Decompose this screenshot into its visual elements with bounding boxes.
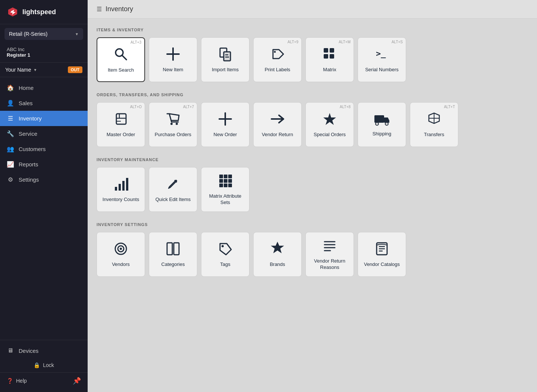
cart-icon — [166, 112, 180, 129]
tile-label: Brands — [270, 261, 285, 268]
sidebar-item-home[interactable]: 🏠 Home — [0, 80, 88, 95]
tile-print-labels[interactable]: ALT+9 Print Labels — [253, 37, 302, 82]
search-icon — [113, 46, 129, 64]
vendor-catalogs-icon — [374, 241, 389, 258]
svg-rect-27 — [119, 184, 121, 191]
tile-new-order[interactable]: New Order — [201, 102, 249, 147]
sidebar-item-label: Reports — [19, 161, 38, 167]
inventory-header-icon: ☰ — [97, 6, 102, 13]
sidebar-item-label: Home — [19, 85, 34, 91]
sidebar: lightspeed Retail (R-Series) ▼ ABC Inc R… — [0, 0, 88, 392]
tile-label: Vendor Catalogs — [364, 261, 400, 268]
svg-rect-35 — [224, 179, 227, 183]
svg-point-45 — [222, 245, 224, 247]
transfers-icon — [427, 112, 442, 129]
sidebar-item-sales[interactable]: 👤 Sales — [0, 95, 88, 111]
matrix-icon — [322, 47, 337, 64]
svg-point-16 — [176, 123, 178, 125]
svg-rect-31 — [219, 175, 223, 178]
sidebar-item-settings[interactable]: ⚙ Settings — [0, 172, 88, 187]
tile-purchase-orders[interactable]: ALT+7 Purchase Orders — [149, 102, 197, 147]
tile-import-items[interactable]: Import Items — [201, 37, 249, 82]
svg-rect-38 — [224, 184, 227, 187]
help-link[interactable]: ❓ Help — [7, 378, 27, 384]
tile-new-item[interactable]: New Item — [149, 37, 197, 82]
service-icon: 🔧 — [7, 130, 14, 137]
svg-rect-39 — [228, 184, 232, 187]
svg-rect-36 — [228, 179, 232, 183]
sidebar-item-label: Settings — [19, 176, 39, 183]
tile-serial-numbers[interactable]: ALT+S >_ Serial Numbers — [358, 37, 406, 82]
tile-matrix[interactable]: ALT+M Matrix — [305, 37, 354, 82]
plus-icon — [166, 47, 180, 64]
tile-label: Vendor Return — [262, 132, 293, 138]
tile-brands[interactable]: Brands — [253, 232, 302, 277]
section-title-orders: ORDERS, TRANSFERS, AND SHIPPING — [97, 92, 528, 97]
svg-point-15 — [170, 123, 173, 125]
import-icon — [218, 47, 233, 64]
tile-special-orders[interactable]: ALT+8 Special Orders — [305, 102, 354, 147]
section-title-items: ITEMS & INVENTORY — [97, 28, 528, 32]
shortcut-purchase-orders: ALT+7 — [183, 105, 194, 109]
tile-item-search[interactable]: ALT+3 Item Search — [97, 37, 145, 82]
notification-icon[interactable]: 📌 — [73, 377, 81, 385]
sidebar-item-reports[interactable]: 📈 Reports — [0, 157, 88, 172]
sidebar-item-service[interactable]: 🔧 Service — [0, 126, 88, 141]
label-icon — [270, 47, 285, 64]
user-name-button[interactable]: Your Name ▼ — [5, 67, 37, 73]
section-inventory-maintenance: INVENTORY MAINTENANCE Inventory Counts — [97, 157, 528, 212]
shortcut-print-labels: ALT+9 — [288, 40, 298, 44]
svg-point-23 — [385, 122, 388, 125]
tile-master-order[interactable]: ALT+O Master Order — [97, 102, 145, 147]
tile-tags[interactable]: Tags — [201, 232, 249, 277]
master-order-icon — [113, 112, 128, 129]
sidebar-logo: lightspeed — [0, 0, 88, 24]
new-order-icon — [218, 112, 233, 129]
tile-vendor-catalogs[interactable]: Vendor Catalogs — [358, 232, 406, 277]
tile-quick-edit-items[interactable]: Quick Edit Items — [149, 167, 197, 212]
section-title-settings: INVENTORY SETTINGS — [97, 222, 528, 227]
tile-matrix-attribute-sets[interactable]: Matrix Attribute Sets — [201, 167, 249, 212]
tile-label: Quick Edit Items — [156, 197, 191, 203]
svg-rect-33 — [228, 175, 232, 178]
vendor-return-icon — [270, 112, 285, 129]
svg-rect-14 — [116, 114, 126, 124]
sidebar-item-label: Service — [19, 131, 37, 137]
tile-label: Shipping — [373, 131, 392, 137]
tile-vendors[interactable]: Vendors — [97, 232, 145, 277]
tile-label: Print Labels — [265, 67, 291, 73]
store-dropdown[interactable]: Retail (R-Series) ▼ — [4, 28, 83, 40]
section-inventory-settings: INVENTORY SETTINGS Vendors — [97, 222, 528, 277]
tile-categories[interactable]: Categories — [149, 232, 197, 277]
tile-shipping[interactable]: Shipping — [358, 102, 406, 147]
grid-icon — [218, 173, 233, 190]
tile-transfers[interactable]: ALT+T Transfers — [410, 102, 458, 147]
sidebar-item-devices[interactable]: 🖥 Devices — [0, 343, 88, 358]
tile-vendor-return[interactable]: Vendor Return — [253, 102, 302, 147]
sidebar-item-customers[interactable]: 👥 Customers — [0, 141, 88, 157]
sidebar-item-label: Inventory — [19, 115, 42, 122]
svg-rect-44 — [174, 243, 179, 255]
tile-label: Item Search — [108, 67, 134, 73]
customers-icon: 👥 — [7, 145, 14, 153]
tile-vendor-return-reasons[interactable]: Vendor Return Reasons — [305, 232, 354, 277]
svg-point-8 — [274, 51, 276, 53]
svg-rect-34 — [219, 179, 223, 183]
tile-inventory-counts[interactable]: Inventory Counts — [97, 167, 145, 212]
home-icon: 🏠 — [7, 84, 14, 91]
shortcut-transfers: ALT+T — [444, 105, 455, 109]
vendors-icon — [113, 241, 128, 258]
sidebar-item-inventory[interactable]: ☰ Inventory — [0, 111, 88, 126]
svg-rect-29 — [126, 178, 128, 191]
svg-rect-10 — [330, 48, 334, 53]
tile-label: Vendor Return Reasons — [310, 258, 350, 271]
truck-icon — [374, 112, 390, 128]
svg-point-22 — [376, 122, 379, 125]
store-dropdown-label: Retail (R-Series) — [9, 31, 47, 37]
page-header: ☰ Inventory — [88, 0, 537, 19]
shortcut-item-search: ALT+3 — [131, 40, 141, 44]
svg-rect-28 — [122, 181, 125, 191]
lightspeed-logo-icon — [7, 6, 19, 18]
svg-rect-11 — [324, 54, 328, 59]
lock-button[interactable]: 🔒 Lock — [0, 358, 88, 373]
